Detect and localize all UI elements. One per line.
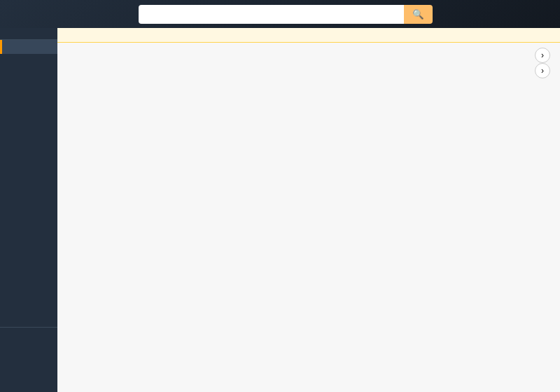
search-input[interactable]	[139, 5, 404, 24]
search-button[interactable]: 🔍	[404, 5, 433, 24]
editors-picks-scroll-right[interactable]: ›	[535, 48, 550, 63]
announcement-banner	[57, 28, 560, 43]
sidebar-item-games[interactable]	[0, 54, 57, 68]
sidebar	[0, 28, 57, 392]
sidebar-item-terms[interactable]	[0, 374, 57, 388]
sidebar-item-amazon-coins[interactable]	[0, 332, 57, 346]
sidebar-item-settings[interactable]	[0, 346, 57, 360]
search-icon: 🔍	[412, 9, 424, 20]
sidebar-item-contact[interactable]	[0, 360, 57, 374]
content-area: › ›	[57, 28, 560, 392]
main-layout: › ›	[0, 28, 560, 392]
sidebar-bottom	[0, 327, 57, 392]
user-greeting	[0, 28, 57, 40]
recommended-games-section: ›	[57, 58, 560, 74]
recommended-games-scroll-right[interactable]: ›	[535, 63, 550, 78]
editors-picks-section: ›	[57, 43, 560, 58]
recommended-for-you-section	[57, 74, 560, 89]
sidebar-nav	[0, 40, 57, 327]
search-bar: 🔍	[139, 5, 433, 24]
sidebar-item-kids[interactable]	[0, 68, 57, 82]
sidebar-item-all-apps[interactable]	[0, 40, 57, 54]
app-header: 🔍	[0, 0, 560, 28]
